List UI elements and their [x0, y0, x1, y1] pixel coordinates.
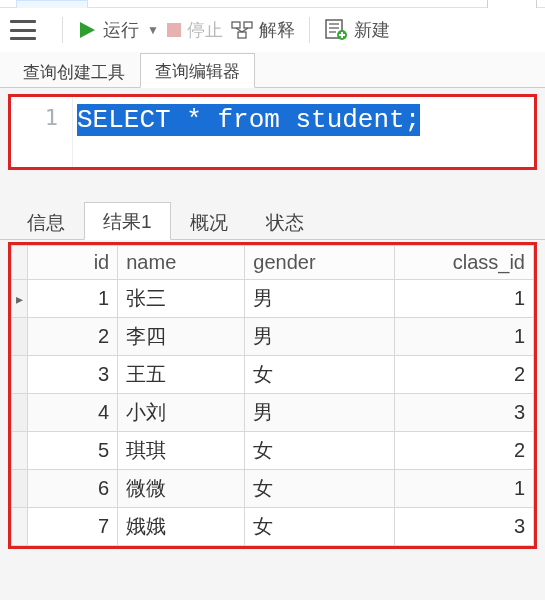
- result-tabs: 信息 结果1 概况 状态: [0, 202, 545, 240]
- cell-id[interactable]: 6: [28, 470, 118, 508]
- row-selector[interactable]: [12, 394, 28, 432]
- row-selector[interactable]: [12, 318, 28, 356]
- sql-text[interactable]: SELECT * from student;: [77, 104, 420, 136]
- row-selector-header: [12, 246, 28, 280]
- col-header-gender[interactable]: gender: [245, 246, 395, 280]
- col-header-name[interactable]: name: [118, 246, 245, 280]
- editor-mode-tabs: 查询创建工具 查询编辑器: [0, 52, 545, 88]
- explain-button[interactable]: 解释: [231, 18, 295, 42]
- table-row[interactable]: 2李四男1: [12, 318, 534, 356]
- cell-class-id[interactable]: 2: [395, 356, 534, 394]
- svg-rect-2: [244, 22, 252, 28]
- stop-icon: [167, 23, 181, 37]
- table-row[interactable]: 5琪琪女2: [12, 432, 534, 470]
- cell-class-id[interactable]: 3: [395, 394, 534, 432]
- cell-gender[interactable]: 女: [245, 432, 395, 470]
- stop-button[interactable]: 停止: [167, 18, 223, 42]
- row-selector[interactable]: [12, 508, 28, 546]
- cell-id[interactable]: 2: [28, 318, 118, 356]
- tab-query-editor[interactable]: 查询编辑器: [140, 53, 255, 88]
- run-button[interactable]: 运行 ▼: [77, 18, 159, 42]
- cell-gender[interactable]: 男: [245, 280, 395, 318]
- cell-name[interactable]: 琪琪: [118, 432, 245, 470]
- run-label: 运行: [103, 18, 139, 42]
- tab-profile[interactable]: 概况: [171, 203, 247, 240]
- new-query-icon: [324, 19, 348, 41]
- code-area[interactable]: SELECT * from student;: [73, 97, 534, 167]
- col-header-class-id[interactable]: class_id: [395, 246, 534, 280]
- stop-label: 停止: [187, 18, 223, 42]
- cell-class-id[interactable]: 1: [395, 318, 534, 356]
- table-row[interactable]: 4小刘男3: [12, 394, 534, 432]
- svg-line-5: [242, 28, 248, 32]
- line-number: 1: [45, 105, 58, 130]
- row-selector[interactable]: [12, 356, 28, 394]
- line-gutter: 1: [11, 97, 73, 167]
- cell-gender[interactable]: 男: [245, 318, 395, 356]
- result-grid: id name gender class_id 1张三男12李四男13王五女24…: [11, 245, 534, 546]
- play-icon: [77, 20, 97, 40]
- menu-icon[interactable]: [10, 20, 36, 40]
- window-top-strip: [0, 0, 545, 8]
- row-selector[interactable]: [12, 432, 28, 470]
- svg-marker-0: [80, 22, 95, 38]
- col-header-id[interactable]: id: [28, 246, 118, 280]
- tab-result1[interactable]: 结果1: [84, 202, 171, 240]
- cell-name[interactable]: 李四: [118, 318, 245, 356]
- top-right-stub: [487, 0, 537, 8]
- cell-class-id[interactable]: 2: [395, 432, 534, 470]
- cell-class-id[interactable]: 1: [395, 280, 534, 318]
- cell-class-id[interactable]: 1: [395, 470, 534, 508]
- cell-id[interactable]: 1: [28, 280, 118, 318]
- cell-gender[interactable]: 女: [245, 356, 395, 394]
- explain-label: 解释: [259, 18, 295, 42]
- cell-name[interactable]: 张三: [118, 280, 245, 318]
- cell-gender[interactable]: 男: [245, 394, 395, 432]
- table-row[interactable]: 3王五女2: [12, 356, 534, 394]
- cell-name[interactable]: 微微: [118, 470, 245, 508]
- row-selector[interactable]: [12, 470, 28, 508]
- main-toolbar: 运行 ▼ 停止 解释 新建: [0, 8, 545, 52]
- cell-name[interactable]: 小刘: [118, 394, 245, 432]
- cell-id[interactable]: 7: [28, 508, 118, 546]
- tab-status[interactable]: 状态: [247, 203, 323, 240]
- cell-id[interactable]: 3: [28, 356, 118, 394]
- cell-gender[interactable]: 女: [245, 470, 395, 508]
- cell-gender[interactable]: 女: [245, 508, 395, 546]
- svg-rect-1: [232, 22, 240, 28]
- new-button[interactable]: 新建: [324, 18, 390, 42]
- explain-icon: [231, 20, 253, 40]
- cell-name[interactable]: 王五: [118, 356, 245, 394]
- tab-query-builder[interactable]: 查询创建工具: [8, 54, 140, 88]
- row-selector[interactable]: [12, 280, 28, 318]
- toolbar-separator: [62, 17, 63, 43]
- cell-id[interactable]: 4: [28, 394, 118, 432]
- new-label: 新建: [354, 18, 390, 42]
- table-row[interactable]: 7娥娥女3: [12, 508, 534, 546]
- cell-id[interactable]: 5: [28, 432, 118, 470]
- svg-rect-3: [238, 32, 246, 38]
- svg-line-4: [236, 28, 242, 32]
- table-row[interactable]: 6微微女1: [12, 470, 534, 508]
- result-grid-container: id name gender class_id 1张三男12李四男13王五女24…: [8, 242, 537, 549]
- toolbar-separator: [309, 17, 310, 43]
- table-row[interactable]: 1张三男1: [12, 280, 534, 318]
- chevron-down-icon[interactable]: ▼: [147, 23, 159, 37]
- cell-class-id[interactable]: 3: [395, 508, 534, 546]
- tab-info[interactable]: 信息: [8, 203, 84, 240]
- cell-name[interactable]: 娥娥: [118, 508, 245, 546]
- sql-editor: 1 SELECT * from student;: [8, 94, 537, 170]
